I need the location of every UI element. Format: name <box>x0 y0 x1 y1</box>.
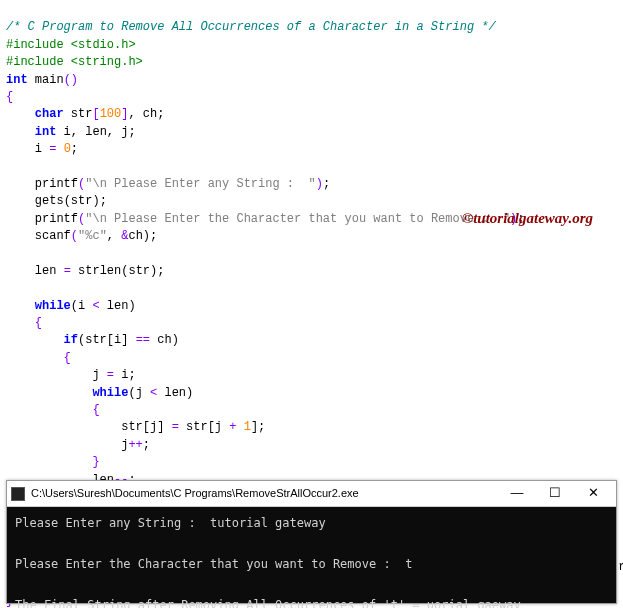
console-window: C:\Users\Suresh\Documents\C Programs\Rem… <box>6 480 617 604</box>
brace: { <box>64 351 71 365</box>
identifier: main <box>28 73 64 87</box>
keyword-while: while <box>35 299 71 313</box>
console-line: Please Enter the Character that you want… <box>15 557 412 571</box>
fn-printf: printf <box>35 177 78 191</box>
brace: { <box>35 316 42 330</box>
watermark-text: ©tutorialgateway.org <box>462 208 593 230</box>
maximize-button[interactable]: ☐ <box>536 481 574 507</box>
minimize-button[interactable]: — <box>498 481 536 507</box>
fn-printf: printf <box>35 212 78 226</box>
brace: { <box>92 403 99 417</box>
close-button[interactable]: ✕ <box>574 481 612 507</box>
console-line: The Final String after Removing All Occu… <box>15 598 521 608</box>
keyword-if: if <box>64 333 78 347</box>
console-title-bar[interactable]: C:\Users\Suresh\Documents\C Programs\Rem… <box>7 481 616 507</box>
keyword-int: int <box>6 73 28 87</box>
keyword-char: char <box>35 107 64 121</box>
console-title-text: C:\Users\Suresh\Documents\C Programs\Rem… <box>31 486 498 502</box>
fn-gets: gets <box>35 194 64 208</box>
brace: } <box>92 455 99 469</box>
fn-scanf: scanf <box>35 229 71 243</box>
console-icon <box>11 487 25 501</box>
brace: { <box>6 90 13 104</box>
keyword-while: while <box>92 386 128 400</box>
console-line: Please Enter any String : tutorial gatew… <box>15 516 326 530</box>
console-output: Please Enter any String : tutorial gatew… <box>7 507 616 603</box>
comment-line: /* C Program to Remove All Occurrences o… <box>6 20 496 34</box>
include-directive: #include <string.h> <box>6 55 143 69</box>
parens: () <box>64 73 78 87</box>
keyword-int: int <box>35 125 57 139</box>
include-directive: #include <stdio.h> <box>6 38 136 52</box>
